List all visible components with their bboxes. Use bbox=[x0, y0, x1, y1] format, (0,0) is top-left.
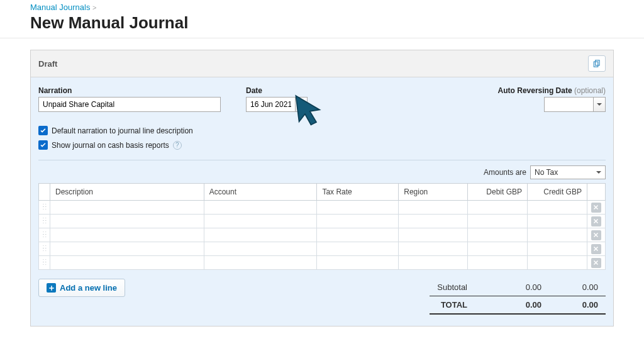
cell-debit[interactable] bbox=[468, 228, 528, 242]
svg-rect-1 bbox=[594, 62, 597, 67]
show-cash-basis-label: Show journal on cash basis reports bbox=[52, 141, 169, 150]
delete-row-button[interactable] bbox=[591, 244, 601, 254]
cell-region[interactable] bbox=[399, 215, 468, 228]
delete-row-button[interactable] bbox=[591, 258, 601, 268]
add-line-button[interactable]: Add a new line bbox=[38, 279, 125, 297]
cell-tax-rate[interactable] bbox=[317, 215, 399, 228]
cell-credit[interactable] bbox=[528, 242, 587, 256]
date-dropdown-arrow[interactable] bbox=[295, 97, 308, 112]
table-row: ∷∷ bbox=[39, 242, 606, 256]
cell-delete bbox=[587, 201, 605, 215]
card-status-title: Draft bbox=[38, 59, 57, 69]
cell-debit[interactable] bbox=[468, 215, 528, 228]
add-line-label: Add a new line bbox=[60, 283, 117, 293]
drag-handle[interactable]: ∷∷ bbox=[39, 215, 50, 228]
date-input[interactable] bbox=[246, 97, 295, 112]
totals-area: Subtotal 0.00 0.00 TOTAL 0.00 0.00 bbox=[430, 279, 606, 315]
subtotal-credit: 0.00 bbox=[549, 279, 606, 296]
svg-rect-0 bbox=[596, 60, 599, 65]
auto-reverse-field: Auto Reversing Date (optional) bbox=[498, 86, 606, 112]
drag-handle[interactable]: ∷∷ bbox=[39, 242, 50, 256]
cell-credit[interactable] bbox=[528, 201, 587, 215]
cell-account[interactable] bbox=[204, 215, 317, 228]
journal-lines-table: Description Account Tax Rate Region Debi… bbox=[38, 183, 606, 270]
drag-handle[interactable]: ∷∷ bbox=[39, 228, 50, 242]
show-cash-basis-check[interactable]: Show journal on cash basis reports ? bbox=[38, 140, 606, 150]
cell-delete bbox=[587, 256, 605, 270]
cell-tax-rate[interactable] bbox=[317, 242, 399, 256]
date-field: Date bbox=[246, 86, 308, 112]
checkbox-checked-icon bbox=[38, 140, 48, 150]
default-narration-check[interactable]: Default narration to journal line descri… bbox=[38, 126, 606, 135]
col-debit: Debit GBP bbox=[468, 184, 528, 201]
table-row: ∷∷ bbox=[39, 256, 606, 270]
cell-region[interactable] bbox=[399, 256, 468, 270]
help-icon[interactable]: ? bbox=[173, 141, 182, 150]
col-handle bbox=[39, 184, 50, 201]
drag-handle[interactable]: ∷∷ bbox=[39, 256, 50, 270]
cell-credit[interactable] bbox=[528, 215, 587, 228]
cell-tax-rate[interactable] bbox=[317, 256, 399, 270]
col-region: Region bbox=[399, 184, 468, 201]
auto-reverse-dropdown-arrow[interactable] bbox=[593, 97, 606, 112]
cell-description[interactable] bbox=[50, 201, 204, 215]
amounts-are-select[interactable]: No Tax bbox=[530, 165, 606, 179]
breadcrumb-sep: > bbox=[92, 4, 96, 11]
cell-region[interactable] bbox=[399, 228, 468, 242]
cell-account[interactable] bbox=[204, 256, 317, 270]
drag-handle[interactable]: ∷∷ bbox=[39, 201, 50, 215]
cell-description[interactable] bbox=[50, 242, 204, 256]
date-label: Date bbox=[246, 86, 308, 95]
cell-region[interactable] bbox=[399, 242, 468, 256]
subtotal-label: Subtotal bbox=[430, 279, 492, 296]
cell-delete bbox=[587, 242, 605, 256]
card-body: Narration Date Auto Reversing Date (opti… bbox=[31, 77, 613, 326]
auto-reverse-label-text: Auto Reversing Date bbox=[498, 86, 572, 95]
narration-field: Narration bbox=[38, 86, 221, 112]
page-title: New Manual Journal bbox=[30, 13, 614, 33]
total-label: TOTAL bbox=[430, 296, 492, 315]
delete-row-button[interactable] bbox=[591, 203, 601, 213]
plus-icon bbox=[47, 283, 56, 293]
cell-credit[interactable] bbox=[528, 228, 587, 242]
narration-input[interactable] bbox=[38, 97, 221, 112]
default-narration-label: Default narration to journal line descri… bbox=[52, 126, 193, 135]
cell-delete bbox=[587, 215, 605, 228]
section-divider bbox=[38, 160, 606, 160]
delete-row-button[interactable] bbox=[591, 230, 601, 240]
cell-description[interactable] bbox=[50, 256, 204, 270]
breadcrumb: Manual Journals > bbox=[30, 0, 614, 12]
cell-description[interactable] bbox=[50, 215, 204, 228]
card-header: Draft bbox=[31, 50, 613, 77]
checkbox-checked-icon bbox=[38, 126, 48, 135]
auto-reverse-label: Auto Reversing Date (optional) bbox=[498, 86, 606, 95]
table-row: ∷∷ bbox=[39, 228, 606, 242]
col-account: Account bbox=[204, 184, 317, 201]
total-credit: 0.00 bbox=[549, 296, 606, 315]
journal-card: Draft Narration Date bbox=[30, 50, 614, 327]
cell-description[interactable] bbox=[50, 228, 204, 242]
hr bbox=[0, 38, 644, 38]
cell-account[interactable] bbox=[204, 228, 317, 242]
cell-account[interactable] bbox=[204, 242, 317, 256]
cell-account[interactable] bbox=[204, 201, 317, 215]
cell-region[interactable] bbox=[399, 201, 468, 215]
col-tax-rate: Tax Rate bbox=[317, 184, 399, 201]
cell-debit[interactable] bbox=[468, 256, 528, 270]
breadcrumb-parent-link[interactable]: Manual Journals bbox=[30, 3, 90, 12]
cell-tax-rate[interactable] bbox=[317, 228, 399, 242]
table-row: ∷∷ bbox=[39, 201, 606, 215]
subtotal-debit: 0.00 bbox=[492, 279, 549, 296]
table-row: ∷∷ bbox=[39, 215, 606, 228]
copy-button[interactable] bbox=[588, 55, 606, 72]
cell-tax-rate[interactable] bbox=[317, 201, 399, 215]
amounts-are-value: No Tax bbox=[535, 168, 558, 177]
amounts-are-label: Amounts are bbox=[484, 168, 526, 177]
cell-credit[interactable] bbox=[528, 256, 587, 270]
col-description: Description bbox=[50, 184, 204, 201]
delete-row-button[interactable] bbox=[591, 216, 601, 226]
auto-reverse-input[interactable] bbox=[544, 97, 593, 112]
cell-debit[interactable] bbox=[468, 242, 528, 256]
copy-icon bbox=[592, 59, 601, 68]
cell-debit[interactable] bbox=[468, 201, 528, 215]
